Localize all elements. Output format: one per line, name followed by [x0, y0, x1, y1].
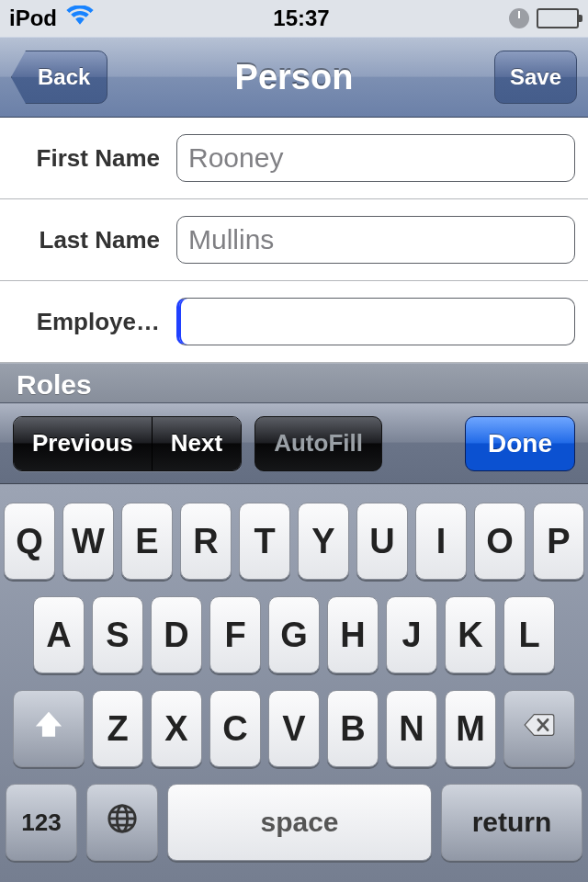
key-u[interactable]: U	[356, 503, 408, 580]
key-n[interactable]: N	[386, 690, 437, 767]
globe-icon	[107, 803, 138, 842]
key-z[interactable]: Z	[92, 690, 143, 767]
back-button[interactable]: Back	[11, 51, 107, 104]
key-s[interactable]: S	[92, 596, 143, 673]
key-r[interactable]: R	[180, 503, 232, 580]
shift-icon	[33, 709, 64, 749]
last-name-label: Last Name	[13, 226, 176, 254]
battery-icon	[537, 8, 579, 28]
status-bar: iPod 15:37	[0, 0, 588, 37]
key-h[interactable]: H	[327, 596, 379, 673]
shift-key[interactable]	[13, 690, 85, 767]
prev-next-group: Previous Next	[13, 416, 242, 471]
key-p[interactable]: P	[533, 503, 584, 580]
key-w[interactable]: W	[62, 503, 114, 580]
employee-input[interactable]	[176, 298, 575, 345]
employee-row: Employe…	[0, 281, 588, 363]
key-a[interactable]: A	[33, 596, 85, 673]
key-g[interactable]: G	[268, 596, 320, 673]
next-button[interactable]: Next	[152, 417, 241, 470]
carrier-label: iPod	[9, 6, 57, 31]
form-accessory-bar: Previous Next AutoFill Done	[0, 402, 588, 483]
first-name-label: First Name	[13, 144, 176, 173]
wifi-icon	[66, 6, 94, 31]
key-i[interactable]: I	[415, 503, 467, 580]
employee-label: Employe…	[13, 308, 176, 336]
previous-button[interactable]: Previous	[14, 417, 152, 470]
key-l[interactable]: L	[503, 596, 555, 673]
numbers-key[interactable]: 123	[6, 784, 77, 861]
space-key[interactable]: space	[167, 784, 432, 861]
last-name-input[interactable]	[176, 216, 575, 264]
key-b[interactable]: B	[327, 690, 379, 767]
backspace-key[interactable]	[503, 690, 575, 767]
nav-bar: Back Person Save	[0, 37, 588, 118]
key-e[interactable]: E	[121, 503, 173, 580]
key-o[interactable]: O	[474, 503, 526, 580]
key-x[interactable]: X	[151, 690, 202, 767]
roles-section-header: Roles	[0, 363, 588, 407]
done-button[interactable]: Done	[465, 416, 575, 471]
key-c[interactable]: C	[209, 690, 261, 767]
key-j[interactable]: J	[386, 596, 437, 673]
key-f[interactable]: F	[209, 596, 261, 673]
key-q[interactable]: Q	[4, 503, 55, 580]
globe-key[interactable]	[86, 784, 158, 861]
clock-icon	[509, 8, 529, 28]
key-t[interactable]: T	[239, 503, 290, 580]
save-button-label: Save	[510, 64, 561, 90]
clock-time: 15:37	[273, 6, 329, 31]
key-m[interactable]: M	[445, 690, 496, 767]
key-d[interactable]: D	[151, 596, 202, 673]
back-button-label: Back	[38, 64, 90, 90]
keyboard: QWERTYUIOP ASDFGHJKL ZXCVBNM 123 space r…	[0, 483, 588, 882]
first-name-row: First Name	[0, 118, 588, 199]
key-v[interactable]: V	[268, 690, 320, 767]
first-name-input[interactable]	[176, 134, 575, 182]
key-k[interactable]: K	[445, 596, 496, 673]
save-button[interactable]: Save	[494, 51, 577, 104]
autofill-button[interactable]: AutoFill	[254, 416, 382, 471]
return-key[interactable]: return	[441, 784, 582, 861]
last-name-row: Last Name	[0, 199, 588, 281]
key-y[interactable]: Y	[298, 503, 349, 580]
backspace-icon	[524, 709, 555, 749]
